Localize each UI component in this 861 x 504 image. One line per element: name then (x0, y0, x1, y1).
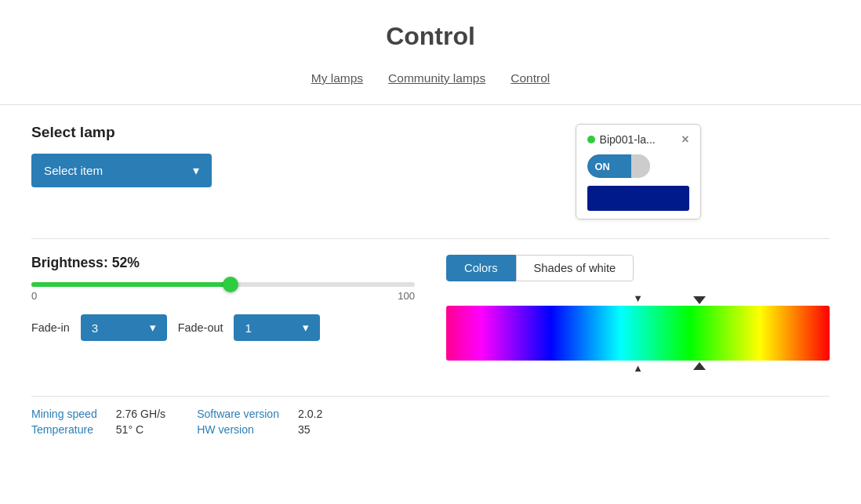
brightness-slider[interactable] (31, 282, 415, 287)
fade-out-label: Fade-out (178, 321, 223, 334)
arrow-up-icon: ▲ (633, 362, 643, 374)
lamp-name: Bip001-la... (600, 133, 682, 146)
chevron-down-icon: ▾ (193, 163, 199, 178)
toggle-on-label: ON (587, 154, 631, 178)
page-title: Control (0, 0, 861, 63)
software-version-label: Software version (197, 408, 279, 420)
tab-colors[interactable]: Colors (446, 255, 516, 281)
lamp-card: Bip001-la... × ON (576, 124, 701, 219)
fade-out-dropdown[interactable]: 1 ▾ (234, 314, 320, 341)
select-lamp-label: Select lamp (31, 124, 415, 141)
brightness-label: Brightness: 52% (31, 255, 415, 271)
temperature-value: 51° C (116, 423, 165, 436)
arrow-top: ▼ (446, 292, 830, 304)
slider-labels: 0 100 (31, 290, 415, 302)
fade-out-chevron-icon: ▾ (303, 321, 309, 335)
select-item-dropdown[interactable]: Select item ▾ (31, 154, 212, 187)
color-panel: Colors Shades of white ▼ ▲ (446, 255, 830, 374)
controls-section: Brightness: 52% 0 100 Fade-in 3 ▾ Fade-o… (31, 255, 415, 374)
hw-version-value: 35 (298, 423, 322, 436)
indicator-bottom-arrow (693, 362, 706, 370)
select-lamp-section: Select lamp Select item ▾ (31, 124, 415, 219)
lamp-toggle[interactable]: ON (587, 154, 689, 178)
fade-controls: Fade-in 3 ▾ Fade-out 1 ▾ (31, 314, 415, 341)
nav-community-lamps[interactable]: Community lamps (388, 71, 485, 85)
software-version-value: 2.0.2 (298, 408, 322, 420)
arrow-bottom: ▲ (446, 362, 830, 374)
slider-track (31, 282, 415, 287)
slider-fill (31, 282, 231, 287)
color-picker-area[interactable]: ▼ ▲ (446, 292, 830, 374)
slider-thumb[interactable] (223, 277, 238, 292)
color-tabs: Colors Shades of white (446, 255, 830, 281)
fade-in-chevron-icon: ▾ (150, 321, 156, 335)
fade-out-value: 1 (245, 321, 251, 335)
fade-in-value: 3 (92, 321, 98, 335)
arrow-down-icon: ▼ (633, 292, 643, 304)
color-gradient-bar[interactable] (446, 306, 830, 361)
mining-speed-label: Mining speed (31, 408, 97, 420)
nav-my-lamps[interactable]: My lamps (311, 71, 363, 85)
navigation: My lamps Community lamps Control (0, 63, 861, 105)
lamp-status-dot (587, 136, 595, 143)
footer-right-grid: Software version 2.0.2 HW version 35 (197, 408, 322, 436)
lamp-card-header: Bip001-la... × (587, 132, 689, 147)
mining-speed-value: 2.76 GH/s (116, 408, 165, 420)
hw-version-label: HW version (197, 423, 279, 436)
slider-max-label: 100 (398, 290, 415, 302)
footer-info: Mining speed 2.76 GH/s Temperature 51° C… (0, 397, 861, 436)
nav-control[interactable]: Control (510, 71, 550, 85)
lamp-color-bar (587, 186, 689, 211)
close-icon[interactable]: × (681, 132, 688, 147)
lamp-card-section: Bip001-la... × ON (446, 124, 830, 219)
slider-min-label: 0 (31, 290, 37, 302)
temperature-label: Temperature (31, 423, 97, 436)
footer-left-grid: Mining speed 2.76 GH/s Temperature 51° C (31, 408, 165, 436)
tab-shades-of-white[interactable]: Shades of white (516, 255, 634, 281)
toggle-off-area (631, 154, 650, 178)
select-item-label: Select item (44, 164, 103, 177)
indicator-top-arrow (693, 296, 706, 304)
fade-in-label: Fade-in (31, 321, 70, 334)
fade-in-dropdown[interactable]: 3 ▾ (81, 314, 167, 341)
